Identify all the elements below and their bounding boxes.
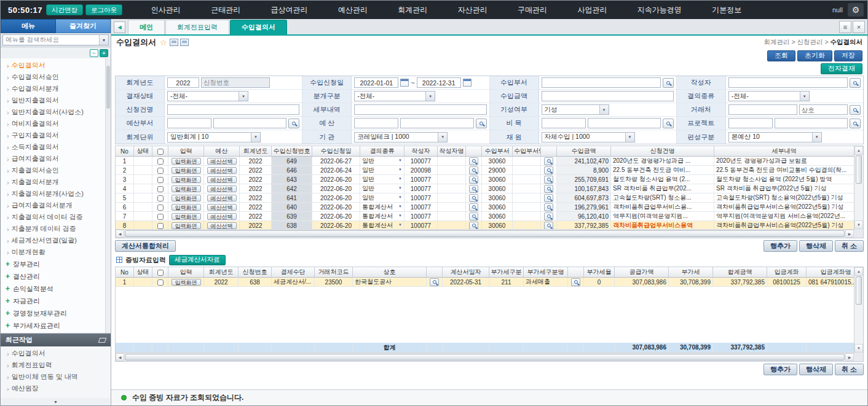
table-row[interactable]: 6입력화면예산선택20226402022-06-20통합계산서▼10007730… bbox=[116, 203, 854, 212]
cell-button[interactable]: 입력화면 bbox=[172, 222, 201, 229]
search-icon[interactable] bbox=[544, 194, 553, 202]
search-icon[interactable] bbox=[850, 105, 861, 115]
screen-capture-icon[interactable] bbox=[170, 39, 178, 46]
cell-button[interactable]: 입력화면 bbox=[172, 176, 201, 183]
search-icon[interactable] bbox=[544, 176, 553, 184]
fiscal-year-input[interactable] bbox=[167, 77, 199, 88]
detail-input[interactable] bbox=[354, 104, 486, 115]
vendor-name-input[interactable] bbox=[799, 104, 848, 115]
search-icon[interactable] bbox=[430, 278, 439, 286]
cell-button[interactable]: 예산선택 bbox=[207, 222, 237, 229]
cell-button[interactable]: 예산선택 bbox=[207, 176, 237, 183]
vertical-scrollbar[interactable]: ▲▼ bbox=[854, 146, 863, 229]
sidebar-menu-item[interactable]: ›소득지출결의서 bbox=[1, 141, 111, 153]
collapse-all-button[interactable]: − bbox=[90, 49, 98, 57]
tab-main[interactable]: 메인 bbox=[128, 20, 165, 34]
delete-row-button[interactable]: 행삭제 bbox=[799, 240, 833, 252]
horizontal-scrollbar[interactable]: ◀▶ bbox=[116, 353, 854, 361]
nav-item[interactable]: 예산관리 bbox=[334, 2, 371, 18]
search-icon[interactable] bbox=[469, 185, 478, 193]
date-to-input[interactable] bbox=[417, 77, 461, 88]
row-checkbox[interactable] bbox=[157, 279, 164, 286]
search-icon[interactable] bbox=[850, 119, 861, 128]
tab-list-icon[interactable]: ≡ bbox=[839, 21, 851, 33]
table-row[interactable]: 2입력화면예산선택20226462022-06-24일반▼20009829000… bbox=[116, 166, 854, 175]
favorite-star-icon[interactable]: ☆ bbox=[160, 38, 167, 47]
tab-journal-entry[interactable]: 회계전표입력 bbox=[165, 20, 229, 34]
extend-session-button[interactable]: 시간연장 bbox=[46, 4, 83, 15]
expand-all-button[interactable]: + bbox=[100, 49, 108, 57]
row-checkbox[interactable] bbox=[157, 223, 164, 229]
sidebar-group-item[interactable]: +장부관리 bbox=[1, 258, 111, 270]
row-checkbox[interactable] bbox=[157, 214, 164, 220]
sidebar-menu-item[interactable]: ›지출결의서승인 bbox=[1, 165, 111, 176]
cancel-button[interactable]: 취 소 bbox=[835, 364, 864, 375]
tax-invoice-button[interactable]: 세금계산서자료 bbox=[169, 255, 226, 265]
sidebar-scrollbar[interactable] bbox=[105, 58, 111, 333]
search-icon[interactable] bbox=[544, 185, 553, 193]
date-from-input[interactable] bbox=[354, 77, 398, 88]
search-button[interactable]: 조회 bbox=[767, 50, 795, 61]
sidebar-menu-item[interactable]: ›급여지출결의서분개 bbox=[1, 200, 111, 211]
budget-code-input[interactable] bbox=[354, 118, 398, 128]
sidebar-menu-item[interactable]: ›수입결의서분개 bbox=[1, 83, 111, 95]
cell-select[interactable]: 일반▼ bbox=[360, 184, 404, 193]
sidebar-menu-item[interactable]: ›수입결의서승인 bbox=[1, 71, 111, 83]
search-icon[interactable] bbox=[469, 222, 478, 230]
calendar-icon[interactable] bbox=[463, 79, 471, 87]
resolution-type-select[interactable]: -전체-▼ bbox=[728, 91, 810, 101]
table-row[interactable]: 7입력화면예산선택20226392022-06-20통합계산서▼10007730… bbox=[116, 212, 854, 221]
sidebar-menu-item[interactable]: ›여비지출결의서 bbox=[1, 118, 111, 130]
chevron-down-icon[interactable]: ▼ bbox=[99, 35, 108, 45]
row-checkbox[interactable] bbox=[157, 195, 164, 201]
nav-item[interactable]: 자산관리 bbox=[454, 2, 491, 18]
search-icon[interactable] bbox=[663, 119, 674, 128]
nav-item[interactable]: 지속가능경영 bbox=[634, 2, 685, 18]
cell-button[interactable]: 입력화면 bbox=[172, 167, 201, 174]
approval-status-select[interactable]: -전체-▼ bbox=[167, 91, 248, 101]
search-icon[interactable] bbox=[288, 119, 299, 128]
search-icon[interactable] bbox=[469, 203, 478, 211]
delete-row-button[interactable]: 행삭제 bbox=[799, 364, 833, 375]
search-icon[interactable] bbox=[544, 213, 553, 221]
sidebar-menu-item[interactable]: ›지출분개 데이터 검증 bbox=[1, 223, 111, 235]
tab-scroll-left-icon[interactable]: ◀ bbox=[114, 21, 125, 33]
nav-item[interactable]: 회계관리 bbox=[394, 2, 431, 18]
sidebar-menu-item[interactable]: ›일반지출결의서(사업소) bbox=[1, 106, 111, 118]
nav-item[interactable]: 기본정보 bbox=[708, 2, 745, 18]
search-icon[interactable] bbox=[476, 119, 487, 128]
table-row[interactable]: 1입력화면예산선택20226492022-06-27일반▼10007730060… bbox=[116, 157, 854, 166]
recent-work-item[interactable]: ›예산원장 bbox=[1, 383, 111, 394]
budget-name-input[interactable] bbox=[400, 118, 473, 128]
add-row-button[interactable]: 행추가 bbox=[763, 364, 797, 375]
cell-select[interactable]: 통합계산서▼ bbox=[360, 203, 404, 212]
sidebar-group-item[interactable]: +자금관리 bbox=[1, 295, 111, 307]
cell-select[interactable]: 통합계산서▼ bbox=[360, 221, 404, 229]
reset-button[interactable]: 초기화 bbox=[797, 50, 832, 61]
select-all-checkbox[interactable] bbox=[157, 149, 164, 155]
row-checkbox[interactable] bbox=[157, 158, 164, 165]
row-checkbox[interactable] bbox=[157, 177, 164, 183]
project-name-input[interactable] bbox=[775, 118, 848, 128]
sidebar-menu-item[interactable]: ›지출결의서분개(사업소) bbox=[1, 188, 111, 200]
search-icon[interactable] bbox=[469, 194, 478, 202]
save-button[interactable]: 저장 bbox=[834, 50, 862, 61]
help-layout-icon[interactable] bbox=[180, 39, 189, 46]
plan-type-select[interactable]: 본예산 10▼ bbox=[728, 132, 822, 142]
expense-item-name-input[interactable] bbox=[588, 118, 661, 128]
cell-button[interactable]: 입력화면 bbox=[172, 185, 201, 192]
recent-work-item[interactable]: ›회계전표입력 bbox=[1, 359, 111, 371]
sidebar-menu-item[interactable]: ›급여지출결의서 bbox=[1, 153, 111, 165]
table-row[interactable]: 4입력화면예산선택20226422022-06-20일반▼10007730060… bbox=[116, 184, 854, 193]
select-all-checkbox[interactable] bbox=[157, 270, 164, 276]
recent-work-item[interactable]: ›수입결의서 bbox=[1, 348, 111, 359]
request-title-input[interactable] bbox=[167, 104, 299, 115]
search-icon[interactable] bbox=[544, 166, 553, 174]
menu-search-input[interactable]: 메뉴를 검색하세요 ▼ bbox=[2, 34, 109, 45]
cell-button[interactable]: 입력화면 bbox=[172, 204, 201, 211]
journal-type-select[interactable]: -전체-▼ bbox=[354, 91, 435, 101]
clear-recent-icon[interactable] bbox=[98, 338, 107, 343]
accounting-unit-select[interactable]: 일반회계 | 10▼ bbox=[167, 132, 261, 142]
cell-button[interactable]: 예산선택 bbox=[207, 204, 237, 211]
table-row[interactable]: 1입력화면2022638세금계산서/...23500한국철도공사2022-05-… bbox=[116, 278, 854, 287]
